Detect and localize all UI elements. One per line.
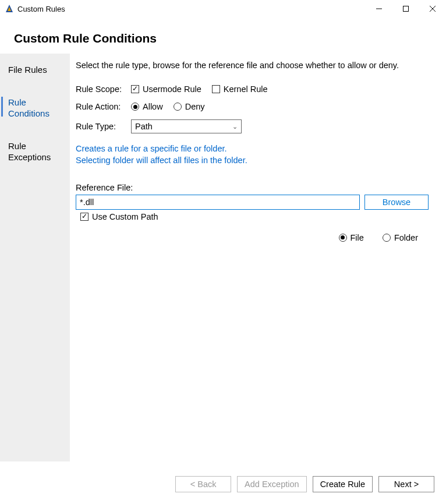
rule-type-row: Rule Type: Path ⌄	[76, 119, 429, 133]
radio-icon	[339, 234, 347, 242]
next-label: Next >	[394, 480, 419, 489]
reference-file-input[interactable]	[76, 195, 360, 210]
sidebar-item-rule-conditions[interactable]: Rule Conditions	[0, 92, 70, 130]
allow-radio[interactable]: Allow	[131, 102, 163, 111]
sidebar-item-file-rules[interactable]: File Rules	[0, 59, 70, 86]
hint-line1: Creates a rule for a specific file or fo…	[76, 143, 429, 154]
rule-action-row: Rule Action: Allow Deny	[76, 102, 429, 111]
footer: < Back Add Exception Create Rule Next >	[0, 476, 446, 492]
sidebar-item-label: Rule Exceptions	[8, 141, 51, 163]
sidebar-item-rule-exceptions[interactable]: Rule Exceptions	[0, 136, 70, 174]
rule-type-hint: Creates a rule for a specific file or fo…	[76, 143, 429, 167]
back-label: < Back	[190, 480, 217, 489]
rule-type-select[interactable]: Path ⌄	[131, 119, 242, 133]
svg-rect-3	[403, 6, 409, 12]
titlebar-left: Custom Rules	[5, 4, 65, 13]
rule-scope-row: Rule Scope: Usermode Rule Kernel Rule	[76, 84, 429, 94]
use-custom-path-label: Use Custom Path	[92, 212, 158, 221]
hint-line2: Selecting folder will affect all files i…	[76, 154, 429, 166]
allow-label: Allow	[143, 102, 163, 111]
add-exception-button[interactable]: Add Exception	[237, 476, 307, 492]
checkbox-icon	[131, 85, 139, 93]
browse-label: Browse	[383, 198, 410, 207]
usermode-rule-checkbox[interactable]: Usermode Rule	[131, 84, 201, 94]
under-reference-row: Use Custom Path	[76, 212, 429, 221]
titlebar: Custom Rules	[0, 0, 446, 17]
kernel-rule-checkbox[interactable]: Kernel Rule	[212, 84, 268, 94]
sidebar-item-label: Rule Conditions	[8, 97, 49, 119]
deny-radio[interactable]: Deny	[174, 102, 205, 111]
create-rule-button[interactable]: Create Rule	[313, 476, 373, 492]
window-controls	[366, 0, 446, 17]
usermode-rule-label: Usermode Rule	[143, 84, 201, 94]
minimize-button[interactable]	[366, 0, 392, 17]
sidebar-item-label: File Rules	[8, 65, 47, 75]
content: Select the rule type, browse for the ref…	[70, 54, 446, 461]
checkbox-icon	[80, 213, 89, 221]
body-area: File Rules Rule Conditions Rule Exceptio…	[0, 54, 446, 461]
radio-icon	[174, 103, 182, 111]
folder-label: Folder	[394, 233, 418, 242]
window-title: Custom Rules	[17, 5, 65, 13]
reference-file-label: Reference File:	[76, 183, 429, 192]
deny-label: Deny	[185, 102, 205, 111]
rule-type-value: Path	[135, 122, 153, 131]
sidebar: File Rules Rule Conditions Rule Exceptio…	[0, 54, 70, 461]
kernel-rule-label: Kernel Rule	[224, 84, 268, 94]
radio-icon	[383, 234, 391, 242]
rule-type-label: Rule Type:	[76, 122, 131, 131]
rule-scope-label: Rule Scope:	[76, 84, 131, 94]
reference-file-row: Browse	[76, 195, 429, 210]
maximize-button[interactable]	[392, 0, 419, 17]
next-button[interactable]: Next >	[378, 476, 434, 492]
back-button[interactable]: < Back	[175, 476, 231, 492]
file-label: File	[351, 233, 364, 242]
use-custom-path-checkbox[interactable]: Use Custom Path	[80, 212, 158, 221]
browse-button[interactable]: Browse	[364, 195, 429, 210]
checkbox-icon	[212, 85, 220, 93]
create-rule-label: Create Rule	[320, 480, 365, 489]
file-radio[interactable]: File	[339, 233, 364, 242]
page-title: Custom Rule Conditions	[0, 17, 446, 54]
app-icon	[5, 4, 14, 13]
file-folder-group: File Folder	[76, 233, 429, 242]
radio-icon	[131, 103, 139, 111]
add-exception-label: Add Exception	[245, 480, 299, 489]
folder-radio[interactable]: Folder	[383, 233, 418, 242]
close-button[interactable]	[419, 0, 446, 17]
description-text: Select the rule type, browse for the ref…	[76, 59, 429, 72]
chevron-down-icon: ⌄	[232, 123, 238, 131]
rule-action-label: Rule Action:	[76, 102, 131, 111]
